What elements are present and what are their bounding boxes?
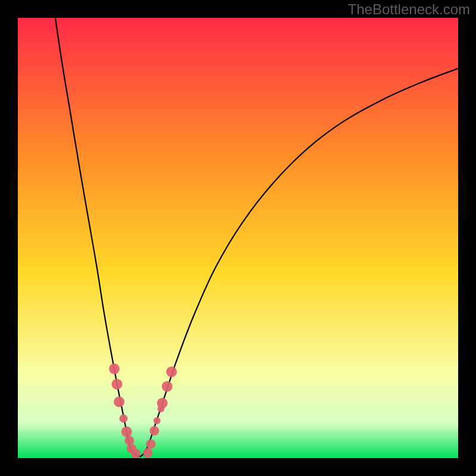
data-marker xyxy=(154,417,161,424)
data-marker xyxy=(120,414,128,422)
data-marker xyxy=(131,449,140,458)
data-marker xyxy=(146,439,155,449)
chart-container: TheBottleneck.com xyxy=(0,0,476,476)
gradient-background xyxy=(18,18,458,458)
data-marker xyxy=(109,364,120,374)
watermark-text: TheBottleneck.com xyxy=(348,1,470,18)
data-marker xyxy=(166,367,177,377)
data-marker xyxy=(121,427,132,437)
plot-area xyxy=(18,18,458,458)
data-marker xyxy=(143,448,152,458)
data-marker xyxy=(114,396,124,407)
data-marker xyxy=(112,379,123,390)
data-marker xyxy=(149,426,159,436)
data-marker xyxy=(162,381,173,392)
chart-svg xyxy=(18,18,458,458)
data-marker xyxy=(158,405,165,412)
